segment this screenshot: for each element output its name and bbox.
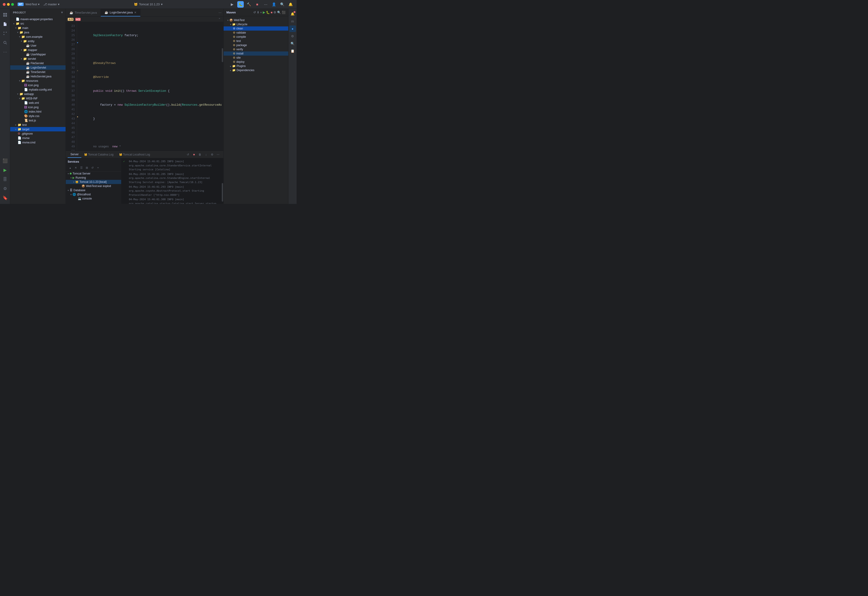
right-panel-icon-4[interactable]: ⚙ xyxy=(289,33,296,39)
sidebar-item-src[interactable]: ▸ 📁 src xyxy=(10,21,66,26)
sidebar-item-icon-png[interactable]: 🖼 icon.png xyxy=(10,83,66,87)
sidebar-item-target[interactable]: ▸ 📁 target xyxy=(10,127,66,131)
maven-settings-icon[interactable]: ⚙ xyxy=(273,11,276,14)
svc-database[interactable]: ▾ 🗄 Database xyxy=(66,188,121,192)
tab-catalina[interactable]: 🐱Tomcat Catalina Log xyxy=(81,152,116,158)
activity-services[interactable]: ⚙ xyxy=(1,184,9,193)
sidebar-item-maven-wrapper[interactable]: 📄 maven-wrapper.properties xyxy=(10,17,66,21)
maven-item-test[interactable]: ⚙ test xyxy=(224,39,288,43)
sidebar-item-style-css[interactable]: 🎨 style.css xyxy=(10,114,66,118)
maven-item-plugins[interactable]: ▸ 📁 Plugins xyxy=(224,64,288,68)
tab-timeservlet[interactable]: ☕ TimeServlet.java xyxy=(66,9,101,16)
sidebar-item-webapp-icon[interactable]: 🖼 icon.png xyxy=(10,105,66,109)
notifications-button[interactable]: 🔔 xyxy=(287,1,294,7)
svc-close-icon[interactable]: ✕ xyxy=(73,165,78,170)
maven-item-lifecycle[interactable]: ▾ 📁 Lifecycle xyxy=(224,22,288,27)
log-scrollbar[interactable] xyxy=(221,158,223,204)
sidebar-item-entity[interactable]: ▾ 📁 entity xyxy=(10,39,66,43)
sidebar-item-mapper[interactable]: ▾ 📁 mapper xyxy=(10,48,66,52)
maven-item-compile[interactable]: ⚙ compile xyxy=(224,35,288,39)
sidebar-item-index-html[interactable]: 🌐 index.html xyxy=(10,109,66,114)
maven-refresh-icon[interactable]: ↺ xyxy=(253,11,256,14)
settings-log-icon[interactable]: ⚙ xyxy=(210,152,214,157)
sidebar-item-mybatis[interactable]: 📄 mybatis-config.xml xyxy=(10,87,66,92)
server-selector[interactable]: 🐱 Tomcat 10.1.23 ▾ xyxy=(134,3,163,6)
svc-tomcat-server[interactable]: ▾ Tomcat Server xyxy=(66,171,121,176)
sidebar-item-mvnw[interactable]: 📄 mvnw xyxy=(10,136,66,140)
scroll-end-icon[interactable]: ↓ xyxy=(204,152,208,157)
maven-item-clean[interactable]: ⚙ clean xyxy=(224,27,288,31)
sidebar-item-main[interactable]: ▾ 📁 main xyxy=(10,26,66,30)
activity-git[interactable] xyxy=(1,29,9,38)
svc-tomcat-local[interactable]: ▾ 🐱 Tomcat 10.1.23 [local] xyxy=(66,180,121,184)
right-panel-icon-6[interactable]: 📋 xyxy=(289,48,296,54)
sidebar-chevron[interactable]: ▾ xyxy=(61,11,63,14)
svc-running[interactable]: ▾ ▶ Running xyxy=(66,176,121,180)
sidebar-item-webxml[interactable]: 📄 web.xml xyxy=(10,100,66,105)
svc-sync-icon[interactable]: ↺ xyxy=(90,165,95,170)
activity-more[interactable]: ⋯ xyxy=(1,48,9,56)
maven-toggle-icon[interactable]: m xyxy=(289,18,296,25)
collapse-icon[interactable]: ⌃ xyxy=(217,17,221,21)
sidebar-item-servlet[interactable]: ▾ 📁 servlet xyxy=(10,56,66,61)
active-panel-icon[interactable]: ● xyxy=(289,25,296,32)
tab-close-icon[interactable]: ✕ xyxy=(134,11,136,14)
maven-item-validate[interactable]: ⚙ validate xyxy=(224,31,288,35)
log-scrollbar-thumb[interactable] xyxy=(222,183,223,202)
notifications-icon[interactable]: 🔔 xyxy=(289,11,296,17)
run-button[interactable]: ▶ xyxy=(229,1,235,7)
maven-add-icon[interactable]: + xyxy=(260,11,262,14)
search-button[interactable]: 🔍 xyxy=(279,1,285,7)
maven-stop-icon[interactable]: ■ xyxy=(271,11,273,14)
maven-item-verify[interactable]: ⚙ verify xyxy=(224,47,288,52)
maven-item-install[interactable]: ⚙ install xyxy=(224,52,288,56)
activity-project[interactable] xyxy=(1,11,9,19)
svc-console[interactable]: 💻 console xyxy=(66,196,121,201)
maximize-button[interactable] xyxy=(11,3,14,6)
maven-item-package[interactable]: ⚙ package xyxy=(224,43,288,47)
sidebar-item-resources[interactable]: ▾ 📁 resources xyxy=(10,78,66,83)
sidebar-item-helloservlet[interactable]: ☕ HelloServlet.java xyxy=(10,74,66,78)
maven-item-dependencies[interactable]: ▸ 📁 Dependencies xyxy=(224,68,288,72)
minimize-button[interactable] xyxy=(7,3,10,6)
editor-menu-icon[interactable]: ⋯ xyxy=(218,11,221,14)
restart-icon[interactable]: ↺ xyxy=(185,152,190,157)
scrollbar-thumb[interactable] xyxy=(222,48,223,62)
tab-localhost[interactable]: 🐱Tomcat Localhost Log xyxy=(116,152,153,158)
sidebar-item-fileservlet[interactable]: ☕ FileServlet xyxy=(10,61,66,65)
maven-download-icon[interactable]: ⬇ xyxy=(257,11,259,14)
editor-scrollbar[interactable] xyxy=(221,22,223,150)
activity-terminal[interactable]: ⬛ xyxy=(1,156,9,165)
right-panel-icon-5[interactable]: 🔍 xyxy=(289,40,296,47)
branch-selector[interactable]: ⎇ master ▾ xyxy=(43,3,59,6)
sidebar-item-user[interactable]: ☕ User xyxy=(10,43,66,48)
more-log-icon[interactable]: ⋯ xyxy=(216,152,221,157)
svc-localhost[interactable]: ▾ 🌐 @localhost xyxy=(66,192,121,196)
svc-group-icon[interactable]: ⊞ xyxy=(84,165,89,170)
code-content[interactable]: SqlSessionFactory factory; @SneakyThrows… xyxy=(83,22,221,150)
sidebar-item-loginservlet[interactable]: ☕ LoginServlet xyxy=(10,65,66,70)
maven-collapse-icon[interactable]: ⬛ xyxy=(282,11,285,14)
svc-add-icon[interactable]: + xyxy=(96,165,100,170)
stop-log-icon[interactable]: ■ xyxy=(191,152,196,157)
svc-collapse-icon[interactable]: ▴ xyxy=(68,165,73,170)
clear-icon[interactable]: 🗑 xyxy=(198,152,202,157)
project-name[interactable]: WebTest ▾ xyxy=(25,3,40,6)
maven-item-webtest[interactable]: ▾ 📦 WebTest xyxy=(224,18,288,22)
svc-filter-icon[interactable]: ☰ xyxy=(79,165,84,170)
close-button[interactable] xyxy=(3,3,6,6)
sidebar-item-com-example[interactable]: ▾ 📁 com.example xyxy=(10,34,66,39)
svc-webtest-war[interactable]: 📦 WebTest:war explod xyxy=(66,184,121,188)
sidebar-item-test[interactable]: ▸ 📁 test xyxy=(10,122,66,127)
sidebar-item-usermapper[interactable]: ☕ UserMapper xyxy=(10,52,66,56)
activity-files[interactable] xyxy=(1,20,9,28)
debug-button[interactable]: 🐛 xyxy=(237,1,244,7)
sidebar-item-test-js[interactable]: 📜 test.js xyxy=(10,118,66,122)
activity-debug-run[interactable]: ▶ xyxy=(1,166,9,174)
maven-run-icon[interactable]: ▶ xyxy=(263,11,265,14)
maven-search-icon[interactable]: 🔍 xyxy=(277,11,281,14)
sidebar-item-mvnw-cmd[interactable]: 📄 mvnw.cmd xyxy=(10,140,66,145)
maven-item-site[interactable]: ⚙ site xyxy=(224,56,288,60)
activity-database[interactable]: 🗄 xyxy=(1,175,9,183)
sidebar-item-webapp[interactable]: ▾ 📁 webapp xyxy=(10,92,66,96)
